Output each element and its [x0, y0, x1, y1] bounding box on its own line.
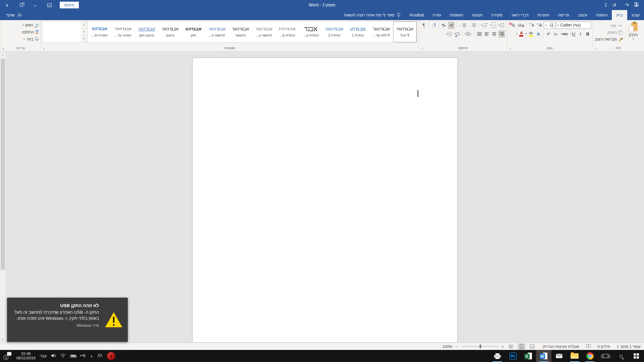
line-spacing-button[interactable]: ↕▾ [464, 31, 473, 38]
tab-references[interactable]: הפניות [533, 10, 554, 20]
status-proofing-button[interactable] [586, 344, 591, 349]
tab-addins[interactable]: תוספות [445, 10, 467, 20]
align-right-button[interactable] [498, 31, 505, 38]
restore-button[interactable] [14, 0, 28, 10]
style-item-normal[interactable]: אבגדהוזר¶ רגיל [393, 21, 417, 42]
status-word-count[interactable]: 0 מילים [598, 345, 610, 349]
tab-review[interactable]: סקירה [487, 10, 507, 20]
tab-mailings[interactable]: דברי דואר [507, 10, 533, 20]
ribbon-display-options-button[interactable] [42, 0, 56, 10]
style-item-title[interactable]: אבגדכותרת ט... [299, 21, 323, 42]
underline-button[interactable]: U▾ [570, 31, 576, 38]
printer-taskbar-icon[interactable] [490, 350, 505, 362]
task-view-button[interactable] [598, 350, 613, 362]
people-icon[interactable] [97, 354, 103, 358]
style-item-subtle-emphasis[interactable]: אבגדהוזרהדגשה ע... [252, 21, 276, 42]
redo-button[interactable]: ↷ [625, 2, 629, 8]
cut-button[interactable]: ✂גזור [595, 23, 623, 29]
clear-formatting-button[interactable]: A [508, 22, 516, 29]
select-button[interactable]: בחר▾ [3, 36, 39, 42]
close-button[interactable]: × [0, 0, 14, 10]
font-color-button[interactable]: A [518, 31, 525, 38]
zoom-slider[interactable] [461, 346, 498, 347]
styles-scroll-up-button[interactable]: ∧ [81, 21, 88, 28]
align-center-button[interactable] [491, 31, 497, 38]
usb-notification-toast[interactable]: לא זוהה התקן USB התקן ה- USB האחרון שחיב… [7, 298, 128, 342]
taskbar-search-button[interactable] [613, 350, 629, 362]
rtl-direction-button[interactable]: ¶◀ [448, 22, 454, 29]
zoom-in-button[interactable]: + [501, 345, 504, 349]
grow-font-button[interactable]: A▲ [536, 22, 542, 29]
shrink-font-button[interactable]: A▼ [528, 22, 535, 29]
find-button[interactable]: חפש▾ [3, 22, 39, 28]
style-item-intense-quote[interactable]: אבגדהוזרציטוט חזק [135, 21, 158, 42]
styles-scroll-down-button[interactable]: ∨ [81, 28, 88, 36]
undo-button[interactable]: ↺ [612, 2, 616, 8]
undo-dropdown[interactable]: ▾ [618, 4, 620, 7]
style-item-heading1[interactable]: אבגדהוכותרת 1 [346, 21, 370, 42]
style-item-intense-emphasis[interactable]: אבגדהוזרהדגשה ח... [205, 21, 229, 42]
wifi-icon[interactable] [60, 354, 66, 358]
paste-button[interactable]: הדבק ▾ [625, 21, 642, 42]
tab-acrobat[interactable]: Acrobat [405, 10, 428, 20]
save-button[interactable] [634, 2, 639, 8]
font-family-select[interactable]: ∨Calibri (גוף) [556, 21, 591, 29]
tab-file[interactable]: קובץ [627, 10, 644, 20]
status-page-number[interactable]: עמוד 1 מתוך 1 [617, 345, 641, 349]
clipboard-dialog-launcher[interactable]: ↘ [594, 46, 598, 50]
tab-view[interactable]: תצוגה [468, 10, 487, 20]
mail-taskbar-icon[interactable] [551, 350, 567, 362]
borders-button[interactable]: ▾ [445, 31, 453, 38]
excel-taskbar-icon[interactable]: X [521, 350, 536, 362]
usb-icon[interactable] [80, 354, 86, 358]
scroll-up-button[interactable]: ∧ [0, 52, 6, 58]
status-language[interactable]: אנגלית (ארצות הברית) [543, 345, 579, 349]
language-indicator[interactable]: עבר [40, 354, 47, 358]
style-item-quote[interactable]: אבגדהוזרציטוט [158, 21, 182, 42]
font-color-dropdown[interactable]: ▾ [516, 33, 517, 35]
notification-center-button[interactable]: 3 [3, 352, 12, 360]
change-case-button[interactable]: Aa▾ [517, 22, 525, 29]
subscript-button[interactable]: x₂ [552, 31, 559, 38]
ltr-direction-button[interactable]: ▶¶ [441, 22, 447, 29]
minimize-button[interactable]: – [28, 0, 42, 10]
tab-layout[interactable]: פריסה [553, 10, 573, 20]
print-layout-button[interactable] [518, 344, 525, 350]
decrease-indent-button[interactable]: ← [458, 22, 467, 29]
increase-indent-button[interactable]: → [468, 22, 477, 29]
chrome-taskbar-icon[interactable] [582, 350, 598, 362]
tab-insert[interactable]: הוספה [592, 10, 612, 20]
read-mode-button[interactable] [507, 344, 515, 350]
clock[interactable]: 22:4906/11/2019 [16, 352, 36, 360]
zoom-slider-thumb[interactable] [480, 345, 481, 348]
file-explorer-taskbar-icon[interactable] [567, 350, 582, 362]
strikethrough-button[interactable]: abc▾ [560, 31, 569, 38]
volume-icon[interactable] [51, 354, 56, 358]
vertical-scrollbar[interactable]: ∧ ∨ [0, 52, 6, 343]
collapse-ribbon-button[interactable]: ∧ [2, 47, 5, 51]
paragraph-dialog-launcher[interactable]: ↘ [420, 46, 424, 50]
multilevel-list-button[interactable]: ▾ [480, 22, 488, 29]
style-item-subtle-reference[interactable]: אבגדהוזרהפניה עד... [111, 21, 135, 42]
tab-home[interactable]: בית [612, 10, 627, 20]
style-item-no-spacing[interactable]: אבגדהוזר¶ ללא מר... [370, 21, 393, 42]
styles-more-button[interactable]: ▾ [81, 36, 88, 42]
sign-in-button[interactable]: היכנס [60, 2, 79, 8]
bold-button[interactable]: B [585, 31, 591, 38]
sort-button[interactable]: AZ↓ [431, 22, 437, 29]
copy-button[interactable]: העתק [595, 29, 623, 36]
italic-button[interactable]: I [577, 31, 584, 38]
zoom-out-button[interactable]: − [455, 345, 458, 349]
style-item-strong[interactable]: אבגדהוזחזק [182, 21, 205, 42]
show-marks-button[interactable]: ¶ [421, 22, 427, 29]
tell-me-box[interactable]: ספר לי מה אתה רוצה לעשות [339, 10, 405, 20]
style-item-heading2[interactable]: אבגדהוזחכותרת 2 [323, 21, 346, 42]
scroll-down-button[interactable]: ∨ [0, 337, 6, 343]
styles-dialog-launcher[interactable]: ↘ [42, 46, 46, 50]
highlight-button[interactable]: ab [528, 31, 534, 38]
zoom-level[interactable]: 100% [442, 345, 452, 349]
web-layout-button[interactable] [529, 344, 536, 350]
replace-button[interactable]: abacהחלפה [3, 29, 39, 35]
start-button[interactable] [629, 350, 644, 362]
tab-design[interactable]: עיצוב [574, 10, 592, 20]
